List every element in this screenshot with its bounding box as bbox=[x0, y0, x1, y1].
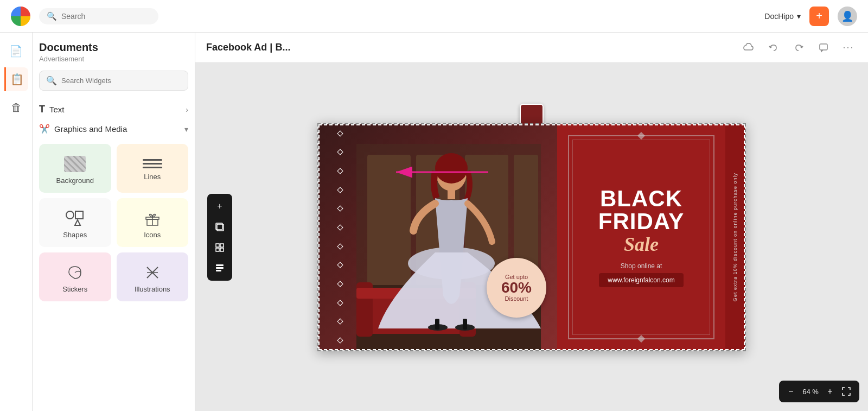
global-search-input[interactable] bbox=[61, 12, 143, 21]
diamond-decoration bbox=[337, 281, 343, 287]
ad-shop-text: Shop online at bbox=[621, 262, 662, 270]
canvas-title: Facebook Ad | B... bbox=[206, 42, 290, 53]
text-section-icon: T bbox=[39, 104, 45, 115]
ad-canvas-wrapper: Get upto 60% Discount BLACK bbox=[317, 123, 746, 351]
svg-rect-20 bbox=[367, 155, 411, 285]
ad-canvas: Get upto 60% Discount BLACK bbox=[317, 123, 746, 351]
widget-grid: Background Lines Shapes bbox=[39, 144, 188, 301]
ellipsis-icon: ··· bbox=[843, 42, 854, 53]
background-label: Background bbox=[56, 176, 94, 185]
avatar[interactable]: 👤 bbox=[838, 7, 857, 26]
woman-figure bbox=[340, 135, 557, 350]
widget-card-shapes[interactable]: Shapes bbox=[39, 198, 111, 247]
redo-icon bbox=[794, 43, 803, 53]
discount-percent: 60% bbox=[501, 280, 532, 295]
svg-rect-35 bbox=[435, 319, 439, 330]
svg-rect-14 bbox=[216, 248, 219, 251]
stickers-label: Stickers bbox=[62, 285, 87, 293]
chevron-down-icon: ▾ bbox=[797, 12, 801, 21]
svg-rect-36 bbox=[463, 319, 467, 330]
redo-button[interactable] bbox=[790, 39, 807, 56]
svg-point-30 bbox=[435, 153, 468, 184]
svg-point-0 bbox=[66, 211, 74, 219]
panel-subtitle: Advertisement bbox=[39, 55, 188, 63]
sidebar-item-trash[interactable]: 🗑 bbox=[4, 96, 28, 119]
diamond-decoration bbox=[337, 300, 343, 306]
diamond-decoration bbox=[337, 130, 343, 136]
svg-rect-31 bbox=[448, 188, 455, 199]
widget-card-background[interactable]: Background bbox=[39, 144, 111, 193]
icons-label: Icons bbox=[144, 231, 161, 239]
diamond-strip bbox=[335, 124, 346, 350]
more-options-button[interactable]: ··· bbox=[840, 39, 857, 56]
main-area: 📄 📋 🗑 Documents Advertisement 🔍 T Text › bbox=[0, 33, 868, 411]
widget-card-illustrations[interactable]: Illustrations bbox=[117, 252, 189, 301]
diamond-decoration bbox=[337, 224, 343, 230]
widget-search-bar[interactable]: 🔍 bbox=[39, 71, 188, 91]
sidebar-item-pages[interactable]: 📋 bbox=[4, 67, 28, 91]
stickers-icon bbox=[67, 264, 83, 281]
svg-rect-1 bbox=[75, 211, 83, 219]
create-button[interactable]: + bbox=[809, 7, 829, 26]
svg-rect-9 bbox=[820, 44, 827, 50]
ad-left-section: Get upto 60% Discount bbox=[318, 124, 557, 350]
widget-search-icon: 🔍 bbox=[46, 75, 57, 86]
copy-button[interactable] bbox=[210, 218, 229, 236]
undo-button[interactable] bbox=[765, 39, 782, 56]
illustrations-icon bbox=[144, 264, 161, 281]
svg-rect-12 bbox=[216, 244, 219, 247]
cloud-save-button[interactable] bbox=[740, 39, 757, 56]
app-logo[interactable] bbox=[11, 7, 30, 26]
zoom-out-button[interactable]: − bbox=[784, 385, 797, 398]
floating-toolbar: + bbox=[207, 194, 232, 281]
navbar: 🔍 DocHipo ▾ + 👤 bbox=[0, 0, 868, 33]
widget-card-stickers[interactable]: Stickers bbox=[39, 252, 111, 301]
graphics-section-label: Graphics and Media bbox=[54, 124, 127, 134]
diamond-decoration bbox=[337, 206, 343, 212]
user-icon: 👤 bbox=[841, 10, 853, 22]
canvas-toolbar: Facebook Ad | B... bbox=[195, 33, 868, 63]
diamond-decoration bbox=[337, 262, 343, 268]
ad-side-strip: Get extra 10% discount on online purchas… bbox=[725, 124, 745, 350]
zoom-in-button[interactable]: + bbox=[824, 385, 837, 398]
ad-headline-black: BLACK FRIDAY bbox=[598, 187, 684, 233]
graphics-section-icon: ✂️ bbox=[39, 124, 50, 134]
canvas-content: + bbox=[195, 63, 868, 411]
canvas-area: Facebook Ad | B... bbox=[195, 33, 868, 411]
background-pattern-icon bbox=[64, 156, 86, 172]
widget-card-lines[interactable]: Lines bbox=[117, 144, 189, 193]
brand-dropdown[interactable]: DocHipo ▾ bbox=[764, 12, 801, 21]
comment-button[interactable] bbox=[815, 39, 832, 56]
search-icon: 🔍 bbox=[47, 11, 57, 21]
grid-button[interactable] bbox=[210, 238, 229, 257]
text-section-label: Text bbox=[49, 105, 65, 114]
panel-title: Documents bbox=[39, 41, 188, 54]
ad-right-section: BLACK FRIDAY Sale Shop online at www.for… bbox=[557, 124, 725, 350]
fullscreen-button[interactable] bbox=[839, 384, 854, 399]
copy-icon bbox=[215, 222, 225, 232]
global-search-bar[interactable]: 🔍 bbox=[39, 8, 158, 24]
layers-button[interactable] bbox=[210, 259, 229, 277]
graphics-section-chevron: ▾ bbox=[184, 125, 188, 134]
svg-rect-16 bbox=[216, 264, 224, 266]
widget-card-icons[interactable]: Icons bbox=[117, 198, 189, 247]
diamond-decoration bbox=[337, 149, 343, 155]
svg-rect-17 bbox=[216, 267, 224, 269]
ad-sale-text: Sale bbox=[624, 233, 659, 256]
woman-svg bbox=[356, 144, 541, 350]
text-section-header[interactable]: T Text › bbox=[39, 99, 188, 119]
side-strip-text: Get extra 10% discount on online purchas… bbox=[732, 173, 739, 301]
diamond-decoration bbox=[337, 187, 343, 193]
graphics-section-header[interactable]: ✂️ Graphics and Media ▾ bbox=[39, 119, 188, 138]
shapes-icon bbox=[65, 210, 85, 226]
sidebar-item-document[interactable]: 📄 bbox=[4, 39, 28, 63]
add-element-button[interactable]: + bbox=[210, 197, 229, 216]
shapes-label: Shapes bbox=[63, 231, 87, 239]
trash-icon: 🗑 bbox=[11, 102, 22, 114]
pages-icon: 📋 bbox=[10, 73, 24, 86]
plus-icon: + bbox=[827, 387, 832, 396]
widget-search-input[interactable] bbox=[61, 77, 181, 85]
layers-icon bbox=[215, 263, 225, 273]
canvas-toolbar-right: ··· bbox=[740, 39, 857, 56]
lines-icon bbox=[143, 159, 162, 168]
